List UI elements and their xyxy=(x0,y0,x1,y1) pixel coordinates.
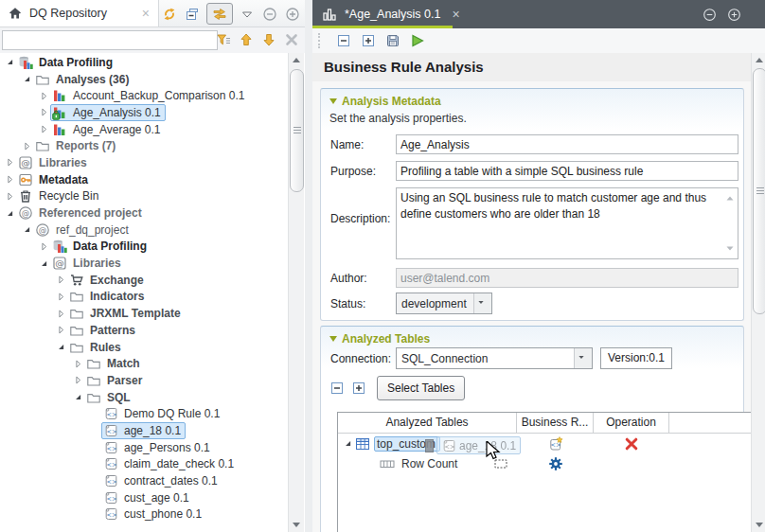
up-arrow-icon[interactable] xyxy=(239,32,254,47)
connection-select[interactable]: SQL_Connection xyxy=(396,347,593,369)
tree-item-match[interactable]: Match xyxy=(0,355,287,372)
close-icon[interactable]: × xyxy=(452,7,459,22)
spin-down-icon[interactable] xyxy=(722,240,738,256)
expand-sections-icon[interactable] xyxy=(360,32,377,49)
purpose-input[interactable] xyxy=(396,161,738,181)
maximize-white-icon[interactable] xyxy=(725,6,742,23)
table-row-row-count[interactable]: Row Count xyxy=(338,453,751,473)
column-header-operation[interactable]: Operation xyxy=(594,413,669,433)
tree-item-indicators[interactable]: Indicators xyxy=(0,289,287,306)
tree-item-age-18-0-1[interactable]: <>age_18 0.1 xyxy=(0,422,287,439)
table-row-top-custom[interactable]: top_custom<> xyxy=(338,434,751,453)
name-input[interactable] xyxy=(396,134,738,154)
tree-item-age-average-0-1[interactable]: Age_Average 0.1 xyxy=(0,121,287,138)
toolbar-handle[interactable] xyxy=(318,33,322,48)
collapsed-arrow-icon[interactable] xyxy=(37,240,50,253)
tree-item-demo-dq-rule-0-1[interactable]: <>Demo DQ Rule 0.1 xyxy=(0,405,287,422)
collapsed-arrow-icon[interactable] xyxy=(37,123,50,135)
column-header-blank[interactable] xyxy=(669,413,750,433)
gear-icon[interactable] xyxy=(548,456,563,471)
textarea-scroll[interactable] xyxy=(722,191,738,256)
collapsed-arrow-icon[interactable] xyxy=(54,291,67,303)
link-editor-icon[interactable] xyxy=(206,3,233,25)
scrollbar-thumb[interactable] xyxy=(290,69,304,192)
tree-item-recycle-bin[interactable]: Recycle Bin xyxy=(0,188,287,205)
rule-add-icon[interactable]: <> xyxy=(548,436,563,452)
filter-input[interactable] xyxy=(2,30,218,50)
scroll-up-icon[interactable] xyxy=(752,53,765,67)
collapsed-arrow-icon[interactable] xyxy=(71,358,84,370)
tab-dq-repository[interactable]: DQ Repository × xyxy=(0,0,159,27)
tree-item-metadata[interactable]: Metadata xyxy=(0,171,287,188)
down-arrow-icon[interactable] xyxy=(261,32,276,47)
tree-item-data-profiling[interactable]: Data Profiling xyxy=(0,54,287,71)
tree-item-jrxml-template[interactable]: JRXML Template xyxy=(0,305,287,322)
scrollbar-thumb[interactable] xyxy=(753,68,765,314)
tree-item-rules[interactable]: Rules xyxy=(0,339,287,356)
minimize-white-icon[interactable] xyxy=(701,6,718,23)
collapsed-arrow-icon[interactable] xyxy=(3,173,16,186)
tree-scrollbar[interactable] xyxy=(288,53,304,532)
close-icon[interactable]: × xyxy=(142,7,150,20)
collapsed-arrow-icon[interactable] xyxy=(3,190,16,203)
collapsed-arrow-icon[interactable] xyxy=(71,374,84,386)
tree-item-cust-phone-0-1[interactable]: <>cust_phone 0.1 xyxy=(0,506,287,523)
expanded-arrow-icon[interactable] xyxy=(37,257,50,270)
tree-item-patterns[interactable]: Patterns xyxy=(0,322,287,339)
tree-item-data-profiling[interactable]: Data Profiling xyxy=(0,239,287,256)
tab-age-analysis[interactable]: *Age_Analysis 0.1 × xyxy=(312,0,471,28)
tree-item-age-persons-0-1[interactable]: <>age_Persons 0.1 xyxy=(0,439,287,456)
scroll-down-icon[interactable] xyxy=(752,518,765,532)
delete-icon[interactable] xyxy=(624,436,639,452)
chevron-down-icon[interactable] xyxy=(473,293,491,313)
section-header-tables[interactable]: Analyzed Tables xyxy=(329,332,430,346)
description-input[interactable]: Using an SQL business rule to match cust… xyxy=(396,187,738,259)
tree-item-ref-dq-project[interactable]: @ref_dq_project xyxy=(0,222,287,239)
tree-item-sql[interactable]: SQL xyxy=(0,389,287,406)
collapsed-arrow-icon[interactable] xyxy=(20,140,33,152)
scroll-down-icon[interactable] xyxy=(289,518,304,532)
expanded-arrow-icon[interactable] xyxy=(3,56,16,68)
expanded-arrow-icon[interactable] xyxy=(20,223,33,236)
refresh-icon[interactable] xyxy=(161,6,178,23)
tree-item-cust-age-0-1[interactable]: <>cust_age 0.1 xyxy=(0,489,287,506)
collapsed-arrow-icon[interactable] xyxy=(54,308,67,320)
chevron-down-icon[interactable] xyxy=(574,348,592,368)
tree-item-parser[interactable]: Parser xyxy=(0,372,287,389)
expanded-arrow-icon[interactable] xyxy=(71,391,84,403)
tree-item-claim-date-check-0-1[interactable]: <>claim_date_check 0.1 xyxy=(0,456,287,473)
tree-item-referenced-project[interactable]: @Referenced project xyxy=(0,204,287,222)
save-icon[interactable] xyxy=(384,32,401,49)
collapsed-arrow-icon[interactable] xyxy=(54,274,67,286)
tree-item-analyses-36[interactable]: Analyses (36) xyxy=(0,71,287,88)
panel-sash[interactable] xyxy=(305,0,312,532)
collapsed-arrow-icon[interactable] xyxy=(3,156,16,168)
tree-item-libraries[interactable]: @Libraries xyxy=(0,154,287,171)
expand-all-rows-icon[interactable] xyxy=(350,380,366,396)
tree-item-libraries[interactable]: @Libraries xyxy=(0,255,287,272)
tree-item-exchange[interactable]: Exchange xyxy=(0,272,287,289)
select-tables-button[interactable]: Select Tables xyxy=(377,376,465,400)
minimize-icon[interactable] xyxy=(261,6,278,23)
expanded-arrow-icon[interactable] xyxy=(54,341,67,353)
tree-item-age-analysis-0-1[interactable]: Age_Analysis 0.1 xyxy=(0,104,287,121)
run-icon[interactable] xyxy=(409,32,426,49)
tree-item-account-backup-comparison-0-1[interactable]: Account_Backup_Comparison 0.1 xyxy=(0,87,287,104)
tree-item-contract-dates-0-1[interactable]: <>contract_dates 0.1 xyxy=(0,472,287,489)
expanded-arrow-icon[interactable] xyxy=(341,437,354,450)
maximize-icon[interactable] xyxy=(284,6,301,23)
section-header-metadata[interactable]: Analysis Metadata xyxy=(329,95,441,108)
view-menu-icon[interactable] xyxy=(239,6,256,23)
column-header-business-r[interactable]: Business R... xyxy=(517,413,594,433)
spin-up-icon[interactable] xyxy=(722,191,738,206)
expanded-arrow-icon[interactable] xyxy=(3,207,16,220)
expanded-arrow-icon[interactable] xyxy=(20,73,33,85)
filter-icon[interactable] xyxy=(216,32,231,47)
editor-scrollbar[interactable] xyxy=(751,53,765,532)
tree-item-reports-7[interactable]: Reports (7) xyxy=(0,137,287,154)
collapse-all-rows-icon[interactable] xyxy=(329,380,345,396)
status-select[interactable]: development xyxy=(396,293,492,314)
clear-icon[interactable] xyxy=(284,32,299,47)
scroll-up-icon[interactable] xyxy=(289,53,304,67)
collapse-sections-icon[interactable] xyxy=(335,32,352,49)
